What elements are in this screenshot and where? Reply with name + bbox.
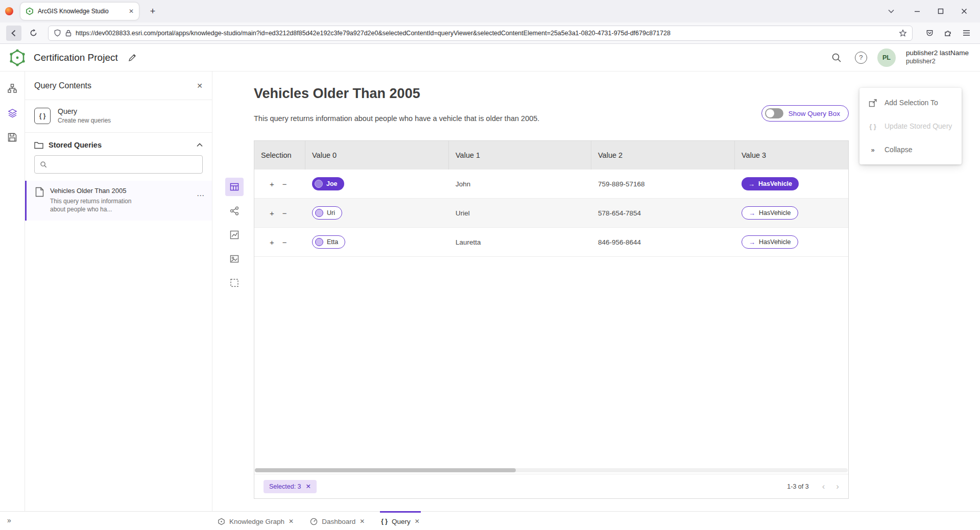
previous-page-icon[interactable]: ‹ bbox=[822, 481, 825, 492]
map-view-icon[interactable] bbox=[225, 250, 244, 268]
selection-dropdown-menu: Add Selection To { } Update Stored Query… bbox=[859, 88, 962, 164]
stored-queries-search[interactable] bbox=[34, 155, 203, 174]
relationship-pill[interactable]: → HasVehicle bbox=[742, 206, 798, 220]
relationship-label: HasVehicle bbox=[759, 209, 791, 216]
new-tab-button[interactable]: + bbox=[145, 4, 160, 19]
new-query-item[interactable]: { } Query Create new queries bbox=[25, 100, 212, 133]
menu-item-collapse[interactable]: » Collapse bbox=[859, 138, 962, 161]
menu-item-add-selection-to[interactable]: Add Selection To bbox=[859, 91, 962, 114]
cell-value[interactable]: John bbox=[449, 180, 591, 188]
save-icon[interactable] bbox=[1, 127, 23, 148]
add-selection-icon[interactable]: + bbox=[270, 180, 274, 188]
remove-selection-icon[interactable]: − bbox=[282, 209, 287, 218]
firefox-icon[interactable] bbox=[5, 7, 13, 15]
project-tree-icon[interactable] bbox=[1, 78, 23, 99]
extensions-puzzle-icon[interactable] bbox=[940, 26, 955, 41]
add-selection-icon[interactable]: + bbox=[270, 209, 274, 218]
reload-button[interactable] bbox=[26, 26, 41, 41]
table-row[interactable]: + − Joe John 759-889-57168 → HasVehicle bbox=[254, 170, 848, 199]
menu-hamburger-icon[interactable] bbox=[959, 26, 974, 41]
relationship-pill[interactable]: → HasVehicle bbox=[742, 235, 798, 249]
bookmark-star-icon[interactable] bbox=[899, 29, 907, 37]
lock-icon[interactable] bbox=[65, 30, 71, 37]
scrollbar-thumb[interactable] bbox=[255, 468, 516, 472]
table-empty-space bbox=[254, 257, 848, 467]
stored-queries-header[interactable]: Stored Queries bbox=[25, 133, 212, 154]
panel-close-icon[interactable]: ✕ bbox=[197, 82, 203, 90]
help-icon[interactable]: ? bbox=[855, 52, 867, 64]
maximize-button[interactable] bbox=[929, 0, 952, 22]
entity-node-icon bbox=[315, 209, 323, 217]
clear-selection-icon[interactable]: ✕ bbox=[306, 483, 311, 490]
dashboard-icon bbox=[310, 518, 318, 525]
chevron-up-icon[interactable] bbox=[197, 143, 203, 147]
bottom-tab-bar: » Knowledge Graph ✕ Dashboard ✕ { } Quer… bbox=[0, 511, 980, 530]
table-view-icon[interactable] bbox=[225, 178, 244, 196]
scrollbar-track[interactable] bbox=[255, 468, 848, 472]
stored-query-options-icon[interactable]: ⋯ bbox=[197, 191, 205, 200]
close-window-button[interactable] bbox=[952, 0, 976, 22]
add-selection-icon[interactable]: + bbox=[270, 238, 274, 247]
column-header[interactable]: Value 0 bbox=[305, 141, 449, 170]
back-button[interactable] bbox=[6, 26, 21, 41]
next-page-icon[interactable]: › bbox=[836, 481, 839, 492]
tab-query[interactable]: { } Query ✕ bbox=[380, 511, 421, 530]
entity-pill[interactable]: Etta bbox=[312, 235, 345, 249]
minimize-button[interactable] bbox=[905, 0, 929, 22]
entity-pill[interactable]: Joe bbox=[312, 177, 344, 190]
column-header[interactable]: Value 1 bbox=[449, 141, 591, 170]
cell-value[interactable]: 578-654-7854 bbox=[591, 209, 735, 217]
stored-query-list-item[interactable]: Vehicles Older Than 2005 This query retu… bbox=[25, 181, 212, 221]
save-to-pocket-icon[interactable] bbox=[922, 26, 937, 41]
user-avatar[interactable]: PL bbox=[877, 49, 896, 67]
entity-pill[interactable]: Uri bbox=[312, 206, 342, 220]
user-info[interactable]: publisher2 lastName publisher2 bbox=[906, 49, 969, 66]
entity-node-icon bbox=[315, 238, 323, 246]
browser-tab[interactable]: ArcGIS Knowledge Studio ✕ bbox=[20, 3, 139, 20]
menu-item-update-stored-query[interactable]: { } Update Stored Query bbox=[859, 114, 962, 138]
column-header[interactable]: Selection bbox=[254, 141, 305, 170]
link-chart-view-icon[interactable] bbox=[225, 202, 244, 220]
tab-close-icon[interactable]: ✕ bbox=[129, 8, 134, 15]
results-table: Selection Value 0 Value 1 Value 2 Value … bbox=[254, 140, 849, 499]
cell-value[interactable]: Uriel bbox=[449, 209, 591, 217]
edit-title-pencil-icon[interactable] bbox=[128, 53, 137, 62]
layers-icon[interactable] bbox=[1, 102, 23, 124]
page-range-label: 1-3 of 3 bbox=[787, 483, 808, 490]
cell-value[interactable]: 759-889-57168 bbox=[591, 180, 735, 188]
toggle-knob bbox=[766, 109, 774, 117]
remove-selection-icon[interactable]: − bbox=[282, 180, 287, 188]
tab-close-icon[interactable]: ✕ bbox=[415, 518, 420, 525]
expand-panel-icon[interactable]: » bbox=[7, 516, 11, 524]
table-row[interactable]: + − Etta Lauretta 846-956-8644 → HasVehi… bbox=[254, 228, 848, 257]
relationship-pill[interactable]: → HasVehicle bbox=[742, 177, 799, 190]
cell-value[interactable]: Lauretta bbox=[449, 238, 591, 246]
arcgis-knowledge-logo bbox=[8, 49, 27, 67]
horizontal-scrollbar[interactable] bbox=[254, 467, 848, 474]
tab-dashboard[interactable]: Dashboard ✕ bbox=[309, 511, 366, 530]
toggle-track[interactable] bbox=[765, 108, 783, 118]
url-text[interactable]: https://dev0028833.esri.com/portal/apps/… bbox=[76, 30, 895, 37]
relationship-arrow-icon: → bbox=[749, 209, 755, 217]
stored-queries-search-input[interactable] bbox=[51, 161, 197, 168]
cell-value[interactable]: 846-956-8644 bbox=[591, 238, 735, 246]
table-row[interactable]: + − Uri Uriel 578-654-7854 → HasVehicle bbox=[254, 199, 848, 228]
search-icon[interactable] bbox=[828, 50, 845, 66]
column-header[interactable]: Value 2 bbox=[591, 141, 735, 170]
remove-selection-icon[interactable]: − bbox=[282, 238, 287, 247]
show-query-box-toggle[interactable]: Show Query Box bbox=[761, 105, 849, 122]
chart-view-icon[interactable] bbox=[225, 226, 244, 244]
tracking-shield-icon[interactable] bbox=[54, 29, 61, 37]
pagination: 1-3 of 3 ‹ › bbox=[787, 481, 839, 492]
selection-tool-icon[interactable] bbox=[225, 274, 244, 292]
tab-knowledge-graph[interactable]: Knowledge Graph ✕ bbox=[217, 511, 295, 530]
stored-query-description: This query returns information about peo… bbox=[50, 197, 141, 213]
query-item-title: Query bbox=[58, 107, 111, 115]
list-all-tabs-icon[interactable] bbox=[888, 9, 894, 13]
tab-close-icon[interactable]: ✕ bbox=[289, 518, 294, 525]
url-bar[interactable]: https://dev0028833.esri.com/portal/apps/… bbox=[48, 26, 913, 41]
relationship-arrow-icon: → bbox=[749, 238, 755, 246]
selected-count-chip[interactable]: Selected: 3 ✕ bbox=[264, 480, 317, 493]
tab-close-icon[interactable]: ✕ bbox=[360, 518, 365, 525]
column-header[interactable]: Value 3 bbox=[735, 141, 848, 170]
